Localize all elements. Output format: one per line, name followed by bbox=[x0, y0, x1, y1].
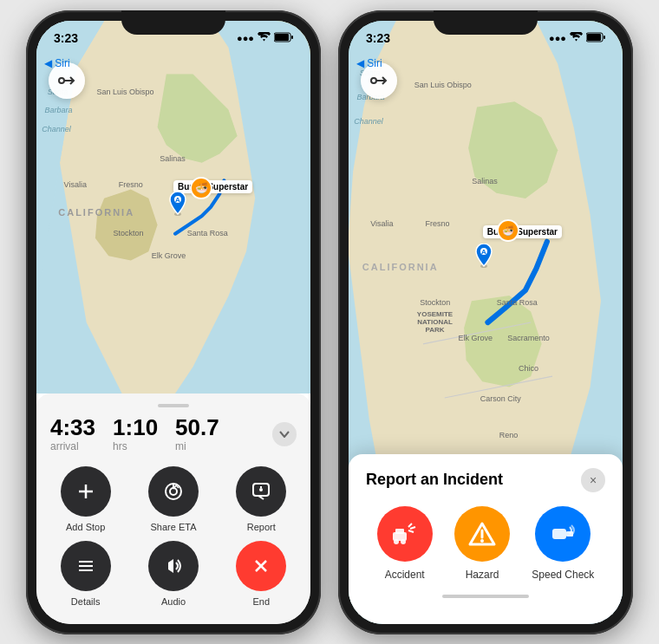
speed-check-button[interactable]: Speed Check bbox=[532, 506, 594, 581]
status-bar-2: 3:23 ●●● bbox=[349, 21, 623, 49]
speed-check-label: Speed Check bbox=[532, 569, 594, 581]
time-1: 3:23 bbox=[54, 31, 78, 45]
svg-point-21 bbox=[259, 488, 263, 491]
time-2: 3:23 bbox=[366, 31, 390, 45]
expand-button-1[interactable] bbox=[272, 422, 297, 446]
screen-2: 3:23 ●●● bbox=[349, 21, 623, 624]
battery-icon-1 bbox=[274, 32, 293, 44]
share-eta-label: Share ETA bbox=[150, 522, 196, 532]
nav-marker-1: A bbox=[168, 192, 187, 219]
svg-point-18 bbox=[170, 488, 177, 495]
map-label-visalia: Visalia bbox=[64, 180, 87, 189]
dest-marker-2: 🍜 bbox=[497, 219, 519, 245]
route-info-1: 4:33 arrival 1:10 hrs 50.7 mi bbox=[50, 416, 297, 452]
map-label-california: CALIFORNIA bbox=[58, 207, 134, 218]
p2-label-reno: Reno bbox=[499, 431, 519, 439]
accident-icon bbox=[377, 506, 433, 562]
status-bar-1: 3:23 ●●● bbox=[36, 21, 310, 49]
siri-label-2: ◀ Siri bbox=[356, 57, 382, 69]
p2-label-salinas: Salinas bbox=[472, 177, 498, 185]
p2-label-stockton: Stockton bbox=[420, 298, 450, 307]
svg-point-44 bbox=[371, 78, 376, 83]
phone-2: 3:23 ●●● bbox=[338, 10, 633, 634]
route-hours: 1:10 hrs bbox=[113, 416, 158, 452]
p2-label-chico: Chico bbox=[519, 364, 538, 373]
hours-value: 1:10 bbox=[113, 416, 158, 439]
action-grid-1: Add Stop Share ETA bbox=[50, 466, 297, 607]
svg-rect-47 bbox=[395, 529, 404, 534]
destination-label-2: Burma Superstar bbox=[483, 225, 562, 238]
p2-label-channel: Channel bbox=[354, 117, 383, 126]
nav-marker-2: A bbox=[474, 244, 493, 271]
wifi-icon-1 bbox=[258, 32, 271, 44]
details-button[interactable]: Details bbox=[50, 541, 121, 607]
incident-close-button[interactable]: × bbox=[581, 468, 605, 492]
signal-icon-2: ●●● bbox=[549, 33, 566, 43]
svg-marker-7 bbox=[95, 189, 158, 260]
hours-unit: hrs bbox=[113, 440, 158, 452]
map-label-stockton: Stockton bbox=[113, 229, 143, 237]
svg-rect-32 bbox=[604, 36, 605, 39]
svg-line-50 bbox=[408, 524, 412, 527]
speed-check-icon bbox=[535, 506, 590, 562]
svg-marker-27 bbox=[168, 559, 173, 573]
p2-label-yosemite: YOSEMITENATIONALPARK bbox=[409, 310, 461, 334]
svg-text:🍜: 🍜 bbox=[194, 181, 207, 194]
bottom-panel-1: 4:33 arrival 1:10 hrs 50.7 mi bbox=[36, 394, 310, 624]
report-icon bbox=[236, 466, 286, 517]
arrival-unit: arrival bbox=[50, 440, 95, 452]
miles-value: 50.7 bbox=[175, 416, 219, 439]
report-button[interactable]: Report bbox=[226, 466, 297, 532]
home-indicator-2 bbox=[442, 595, 529, 598]
p2-label-california: CALIFORNIA bbox=[362, 262, 439, 272]
accident-button[interactable]: Accident bbox=[377, 506, 433, 581]
p2-label-visalia: Visalia bbox=[370, 219, 393, 228]
battery-icon-2 bbox=[586, 32, 605, 44]
share-eta-button[interactable]: Share ETA bbox=[138, 466, 208, 532]
svg-point-55 bbox=[480, 539, 484, 543]
panel-handle-1 bbox=[158, 404, 189, 407]
end-button[interactable]: End bbox=[226, 541, 297, 607]
map-label-barbara: Barbara bbox=[44, 106, 72, 114]
arrival-value: 4:33 bbox=[50, 416, 95, 439]
report-label: Report bbox=[247, 522, 276, 532]
svg-text:A: A bbox=[175, 196, 180, 204]
svg-text:A: A bbox=[481, 248, 486, 256]
signal-icon-1: ●●● bbox=[237, 33, 254, 43]
map-label-channel: Channel bbox=[42, 125, 71, 133]
accident-label: Accident bbox=[385, 569, 425, 581]
miles-unit: mi bbox=[175, 440, 219, 452]
svg-point-13 bbox=[59, 78, 64, 83]
add-stop-label: Add Stop bbox=[66, 522, 105, 532]
end-icon bbox=[236, 541, 286, 591]
p2-label-carsoncity: Carson City bbox=[480, 394, 521, 403]
siri-label-1: ◀ Siri bbox=[44, 57, 70, 69]
p2-label-santarosa: Santa Rosa bbox=[497, 298, 538, 307]
status-icons-1: ●●● bbox=[237, 32, 293, 44]
p2-label-elkgrove: Elk Grove bbox=[458, 334, 493, 342]
add-stop-button[interactable]: Add Stop bbox=[50, 466, 121, 532]
hazard-label: Hazard bbox=[466, 569, 499, 581]
p2-label-fresno: Fresno bbox=[425, 219, 449, 228]
map-label-slo: San Luis Obispo bbox=[97, 88, 154, 96]
map-label-salinas: Salinas bbox=[160, 154, 186, 163]
phone-1: 3:23 ●●● bbox=[26, 10, 321, 634]
svg-rect-1 bbox=[275, 34, 289, 41]
dest-marker-1: 🍜 bbox=[190, 177, 212, 203]
share-eta-icon bbox=[148, 466, 199, 517]
svg-rect-31 bbox=[587, 34, 601, 41]
wifi-icon-2 bbox=[570, 32, 583, 44]
map-label-fresno: Fresno bbox=[119, 180, 143, 189]
add-stop-icon bbox=[61, 466, 111, 517]
audio-button[interactable]: Audio bbox=[138, 541, 208, 607]
incident-panel: Report an Incident × bbox=[349, 454, 623, 624]
audio-icon bbox=[148, 541, 199, 591]
end-label: End bbox=[253, 596, 271, 607]
details-label: Details bbox=[71, 596, 101, 607]
hazard-button[interactable]: Hazard bbox=[454, 506, 510, 581]
incident-options: Accident Hazard bbox=[366, 506, 605, 581]
details-icon bbox=[61, 541, 111, 591]
status-icons-2: ●●● bbox=[549, 32, 605, 44]
hazard-icon bbox=[454, 506, 510, 562]
screen-1: 3:23 ●●● bbox=[36, 21, 310, 624]
